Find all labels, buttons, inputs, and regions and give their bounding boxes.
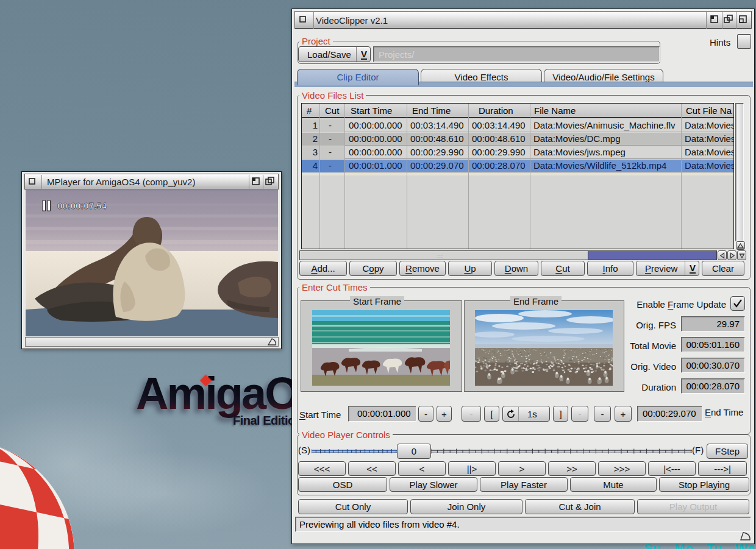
svg-text:00:00:07.54: 00:00:07.54 xyxy=(57,200,107,211)
